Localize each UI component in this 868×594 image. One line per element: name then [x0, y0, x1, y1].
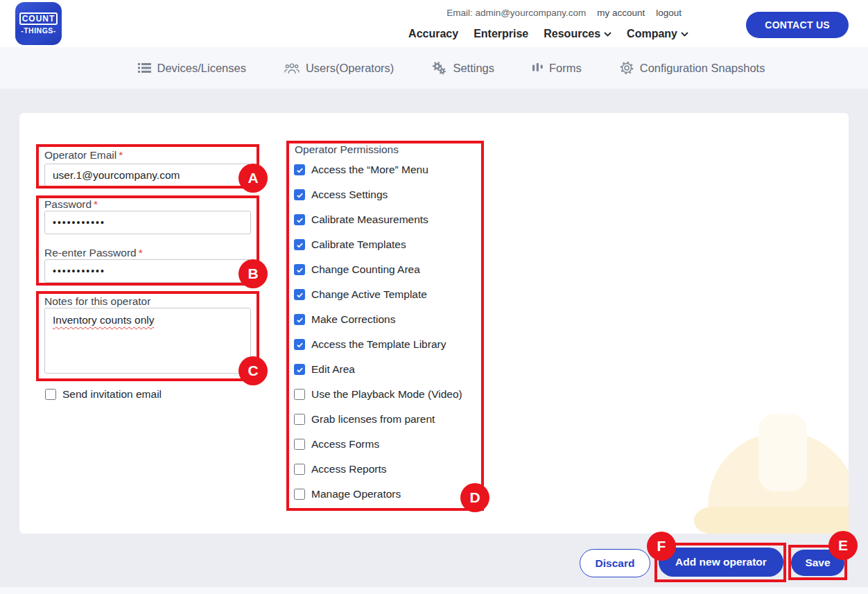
permission-checkbox[interactable] — [294, 439, 305, 450]
permission-row: Access the “More” Menu — [294, 157, 495, 182]
permission-label: Access the “More” Menu — [311, 164, 428, 176]
permission-row: Manage Operators — [294, 482, 495, 507]
permission-label: Access Reports — [311, 463, 387, 475]
password-label: Password* — [44, 198, 98, 211]
forms-icon — [532, 62, 543, 73]
permission-row: Access the Template Library — [294, 332, 495, 357]
nav-item-label: Enterprise — [474, 28, 528, 40]
notes-text: Inventory counts only — [53, 314, 154, 326]
permission-row: Edit Area — [294, 357, 495, 382]
tab-users-operators[interactable]: Users(Operators) — [284, 62, 394, 75]
permission-label: Change Counting Area — [311, 263, 420, 276]
permission-checkbox[interactable] — [294, 364, 305, 375]
operator-email-label: Operator Email* — [44, 148, 123, 162]
permission-checkbox[interactable] — [294, 464, 305, 475]
permission-label: Grab licenses from parent — [311, 413, 435, 426]
bottom-strip — [0, 587, 868, 594]
permission-checkbox[interactable] — [294, 214, 305, 225]
add-new-operator-button[interactable]: Add new operator — [659, 548, 783, 577]
permission-row: Calibrate Templates — [294, 232, 495, 257]
permission-checkbox[interactable] — [294, 389, 305, 400]
send-invitation-label: Send invitation email — [62, 388, 162, 401]
logout-link[interactable]: logout — [656, 8, 682, 18]
permission-label: Access Forms — [311, 438, 379, 451]
notes-label: Notes for this operator — [44, 295, 150, 308]
tab-devices-licenses[interactable]: Devices/Licenses — [138, 62, 246, 75]
tab-configuration-snapshots[interactable]: Configuration Snapshots — [620, 61, 765, 75]
permission-row: Access Settings — [294, 182, 495, 207]
permission-row: Calibrate Measurements — [294, 207, 495, 232]
nav-item-resources[interactable]: Resources — [544, 28, 611, 40]
permission-checkbox[interactable] — [294, 339, 305, 350]
send-invitation-checkbox[interactable] — [45, 389, 56, 400]
tab-settings[interactable]: Settings — [432, 62, 494, 75]
permission-row: Access Reports — [294, 457, 495, 482]
permission-row: Grab licenses from parent — [294, 407, 495, 432]
send-invitation-row: Send invitation email — [45, 388, 162, 401]
main-nav: AccuracyEnterpriseResourcesCompany — [408, 28, 688, 40]
permission-label: Calibrate Templates — [311, 238, 406, 251]
permission-checkbox[interactable] — [294, 289, 305, 300]
permission-checkbox[interactable] — [294, 239, 305, 250]
permission-checkbox[interactable] — [294, 414, 305, 425]
permission-label: Manage Operators — [311, 488, 401, 500]
countthings-logo[interactable]: COUNT -THINGS- — [15, 2, 62, 45]
tab-label: Settings — [453, 62, 494, 75]
gear-icon — [620, 61, 634, 75]
nav-item-enterprise[interactable]: Enterprise — [474, 28, 528, 40]
reenter-password-label: Re-enter Password* — [44, 246, 143, 260]
account-email: Email: admin@yourcompany.com — [446, 8, 586, 18]
users-icon — [284, 62, 300, 74]
logo-line2: -THINGS- — [21, 26, 56, 35]
list-icon — [138, 62, 151, 73]
permission-label: Access the Template Library — [311, 338, 446, 351]
permission-row: Change Active Template — [294, 282, 495, 307]
chevron-down-icon — [604, 32, 611, 37]
required-asterisk: * — [119, 149, 123, 161]
tab-label: Configuration Snapshots — [640, 62, 765, 75]
permission-label: Edit Area — [311, 363, 355, 376]
password-input[interactable] — [44, 211, 251, 234]
permission-checkbox[interactable] — [294, 314, 305, 325]
permission-row: Change Counting Area — [294, 257, 495, 282]
operator-form-card: Operator Email* Password* Re-enter Passw… — [19, 113, 849, 534]
section-tabs: Devices/LicensesUsers(Operators)Settings… — [0, 47, 868, 89]
permission-checkbox[interactable] — [294, 489, 305, 500]
logo-line1: COUNT — [19, 12, 58, 25]
contact-us-button[interactable]: CONTACT US — [746, 12, 849, 38]
nav-item-label: Company — [627, 28, 677, 40]
account-row: Email: admin@yourcompany.com my account … — [446, 8, 682, 18]
tab-forms[interactable]: Forms — [532, 62, 582, 75]
tab-label: Users(Operators) — [306, 62, 394, 75]
permissions-list: Access the “More” MenuAccess SettingsCal… — [294, 157, 495, 507]
permission-label: Change Active Template — [311, 288, 427, 301]
permission-row: Use the Playback Mode (Video) — [294, 382, 495, 407]
permissions-title: Operator Permissions — [295, 143, 399, 157]
top-header: COUNT -THINGS- Email: admin@yourcompany.… — [0, 0, 868, 47]
countthings-operator-page: COUNT -THINGS- Email: admin@yourcompany.… — [0, 0, 868, 594]
nav-item-company[interactable]: Company — [627, 28, 688, 40]
notes-textarea[interactable]: Inventory counts only — [44, 308, 251, 374]
permission-row: Access Forms — [294, 432, 495, 457]
chevron-down-icon — [681, 32, 688, 37]
hard-hat-illustration — [686, 405, 849, 534]
save-button[interactable]: Save — [791, 550, 844, 576]
gears-icon — [432, 62, 446, 75]
permission-checkbox[interactable] — [294, 189, 305, 200]
reenter-password-input[interactable] — [44, 259, 251, 283]
tab-label: Devices/Licenses — [157, 62, 246, 75]
operator-email-input[interactable] — [44, 164, 251, 187]
permission-checkbox[interactable] — [294, 164, 305, 175]
nav-item-label: Accuracy — [408, 28, 458, 40]
permission-row: Make Corrections — [294, 307, 495, 332]
tab-label: Forms — [549, 62, 582, 75]
discard-button[interactable]: Discard — [580, 549, 650, 577]
permission-label: Calibrate Measurements — [311, 213, 428, 226]
nav-item-accuracy[interactable]: Accuracy — [408, 28, 458, 40]
permission-label: Access Settings — [311, 189, 388, 201]
my-account-link[interactable]: my account — [597, 8, 645, 18]
permission-label: Use the Playback Mode (Video) — [311, 388, 462, 401]
permission-label: Make Corrections — [311, 313, 395, 326]
permission-checkbox[interactable] — [294, 264, 305, 275]
required-asterisk: * — [139, 247, 143, 259]
